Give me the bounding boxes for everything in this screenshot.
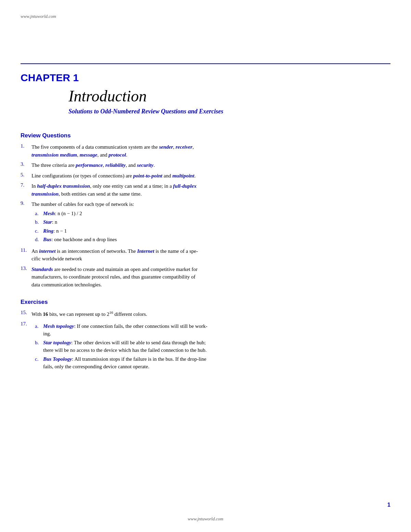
sub-item-content: Ring: n − 1 [43, 227, 390, 235]
chapter-subtitle: Solutions to Odd-Numbered Review Questio… [68, 108, 390, 115]
list-item: 11. An internet is an interconnection of… [21, 247, 390, 263]
item-number: 5. [21, 172, 32, 178]
item-content: Line configurations (or types of connect… [32, 172, 390, 180]
exercises-list: 15. With 16 bits, we can represent up to… [21, 310, 390, 372]
sub-item-label: d. [35, 236, 43, 244]
list-item: c. Ring: n − 1 [35, 227, 390, 235]
sub-item-label: b. [35, 339, 43, 347]
page-container: www.jntuworld.com CHAPTER 1 Introduction… [0, 0, 411, 532]
sub-item-content: Mesh topology: If one connection fails, … [43, 322, 390, 338]
item-number: 15. [21, 310, 32, 316]
chapter-label: CHAPTER 1 [21, 72, 390, 84]
header-watermark: www.jntuworld.com [21, 14, 56, 19]
sub-item-content: Bus: one backbone and n drop lines [43, 236, 390, 244]
list-item: 1. The five components of a data communi… [21, 143, 390, 159]
sub-item-label: c. [35, 227, 43, 235]
content-area: CHAPTER 1 Introduction Solutions to Odd-… [21, 67, 390, 382]
sub-item-label: c. [35, 355, 43, 363]
item-number: 3. [21, 161, 32, 167]
exercises-heading: Exercises [21, 299, 390, 306]
sub-item-content: Star topology: The other devices will st… [43, 339, 390, 354]
sub-list: a. Mesh topology: If one connection fail… [35, 322, 390, 371]
item-content: Standards are needed to create and maint… [32, 265, 390, 289]
sub-item-label: a. [35, 210, 43, 218]
list-item: b. Star topology: The other devices will… [35, 339, 390, 354]
list-item: 7. In half-duplex transmission, only one… [21, 182, 390, 198]
item-number: 1. [21, 143, 32, 149]
footer-watermark: www.jntuworld.com [188, 516, 223, 522]
list-item: 9. The number of cables for each type of… [21, 200, 390, 245]
list-item: 15. With 16 bits, we can represent up to… [21, 310, 390, 318]
review-section: Review Questions 1. The five components … [21, 132, 390, 288]
item-number: 13. [21, 265, 32, 271]
item-content: The number of cables for each type of ne… [32, 200, 390, 245]
item-content: With 16 bits, we can represent up to 216… [32, 310, 390, 318]
list-item: b. Star: n [35, 218, 390, 226]
item-number: 17. [21, 321, 32, 327]
list-item: a. Mesh topology: If one connection fail… [35, 322, 390, 338]
item-content: In half-duplex transmission, only one en… [32, 182, 390, 198]
item-number: 9. [21, 200, 32, 206]
sub-item-content: Mesh: n (n − 1) / 2 [43, 210, 390, 218]
item-content: The three criteria are performance, reli… [32, 161, 390, 169]
list-item: 17. a. Mesh topology: If one connection … [21, 321, 390, 372]
sub-item-label: b. [35, 218, 43, 226]
sub-item-content: Bus Topology: All transmission stops if … [43, 355, 390, 371]
review-questions-list: 1. The five components of a data communi… [21, 143, 390, 288]
chapter-title: Introduction [68, 87, 390, 105]
sub-item-content: Star: n [43, 218, 390, 226]
item-number: 7. [21, 182, 32, 188]
review-questions-heading: Review Questions [21, 132, 390, 139]
item-number: 11. [21, 247, 32, 253]
item-content: An internet is an interconnection of net… [32, 247, 390, 263]
list-item: 13. Standards are needed to create and m… [21, 265, 390, 289]
list-item: d. Bus: one backbone and n drop lines [35, 236, 390, 244]
list-item: a. Mesh: n (n − 1) / 2 [35, 210, 390, 218]
item-content: The five components of a data communicat… [32, 143, 390, 159]
list-item: 5. Line configurations (or types of conn… [21, 172, 390, 180]
list-item: 3. The three criteria are performance, r… [21, 161, 390, 169]
sub-item-label: a. [35, 322, 43, 330]
sub-list: a. Mesh: n (n − 1) / 2 b. Star: n c. Rin… [35, 210, 390, 244]
item-content: a. Mesh topology: If one connection fail… [32, 321, 390, 372]
exercises-section: Exercises 15. With 16 bits, we can repre… [21, 299, 390, 372]
list-item: c. Bus Topology: All transmission stops … [35, 355, 390, 371]
top-rule [21, 63, 390, 64]
page-number: 1 [387, 502, 390, 508]
